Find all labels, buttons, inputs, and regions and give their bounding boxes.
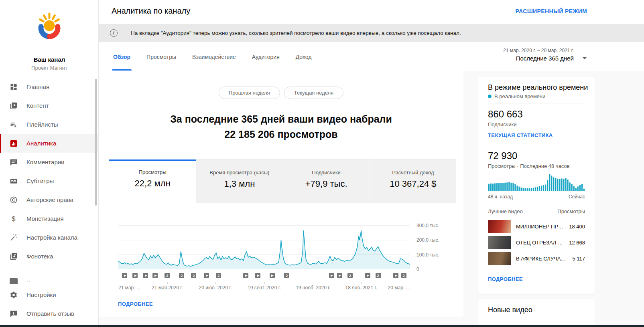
analytics-tabs: ОбзорПросмотрыВзаимодействиеАудиторияДох… <box>113 42 311 71</box>
sidebar-item-label: Контент <box>26 102 49 109</box>
video-marker-play-icon[interactable] <box>365 273 370 278</box>
x-tick-label: 21 мая 2020 г. <box>143 285 191 291</box>
comments-icon <box>10 158 18 166</box>
views-48h-count: 72 930 <box>488 150 517 161</box>
subscribers-count: 860 663 <box>488 109 523 120</box>
sidebar-item-label: Монетизация <box>26 215 64 222</box>
y-tick-label: 100,0 тыс. <box>416 252 449 258</box>
sidebar: Ваш канал Проект Магнит ГлавнаяКонтентПл… <box>0 0 99 327</box>
tab-0[interactable]: Обзор <box>113 42 130 71</box>
week-chip-0[interactable]: Прошлая неделя <box>219 87 280 99</box>
sidebar-item-7[interactable]: $Монетизация <box>0 209 98 228</box>
metric-tab-2[interactable]: Подписчики +79,9 тыс. <box>283 159 370 203</box>
sidebar-item-label: Главная <box>26 83 49 90</box>
date-range-selector[interactable]: 21 мар. 2020 г. – 20 мар. 2021 г. Послед… <box>503 48 574 62</box>
tab-4[interactable]: Доход <box>296 42 312 71</box>
sidebar-item-9[interactable]: Фонотека <box>0 247 98 266</box>
video-marker-play-icon[interactable] <box>143 273 148 278</box>
tab-3[interactable]: Аудитория <box>252 42 280 71</box>
video-marker-play-icon[interactable] <box>393 273 398 278</box>
metric-value: 22,2 млн <box>109 178 196 189</box>
video-marker-play-icon[interactable] <box>255 273 260 278</box>
headline-line2: 22 185 206 просмотров <box>99 129 463 140</box>
sidebar-item-2[interactable]: Плейлисты <box>0 115 98 134</box>
settings-icon <box>10 291 18 299</box>
realtime-bar-axis: 48 ч. назад Сейчас <box>488 194 585 200</box>
sidebar-item-partial[interactable]: .. <box>10 278 90 284</box>
video-views: 5 117 <box>572 256 585 262</box>
video-marker-play-icon[interactable] <box>132 273 138 278</box>
top-video-row-2[interactable]: В АФРИКЕ СЛУЧАЙНЫЙ...5 117 <box>488 250 585 266</box>
video-marker-play-icon[interactable] <box>204 273 209 278</box>
advanced-mode-link[interactable]: РАСШИРЕННЫЙ РЕЖИМ <box>515 8 587 14</box>
y-tick-label: 300,0 тыс. <box>416 223 449 228</box>
video-marker-count[interactable]: 2 <box>376 273 381 278</box>
partial-item-label: .. <box>26 278 31 283</box>
metric-tab-3[interactable]: Расчетный доход 10 367,24 $ <box>370 159 456 203</box>
video-marker-play-icon[interactable] <box>329 273 334 278</box>
video-marker-play-icon[interactable] <box>337 273 342 278</box>
sidebar-item-5[interactable]: Субтитры <box>0 172 98 190</box>
header: Аналитика по каналу РАСШИРЕННЫЙ РЕЖИМ <box>99 0 644 24</box>
svg-text:$: $ <box>12 215 15 222</box>
sidebar-bottom-item-1[interactable]: Отправить отзыв <box>0 304 98 323</box>
metric-tab-0[interactable]: Просмотры 22,2 млн <box>109 159 196 203</box>
x-tick-label: 20 мар. ... <box>375 285 423 291</box>
window-bottom-edge <box>0 325 644 327</box>
metric-label: Расчетный доход <box>370 170 456 176</box>
svg-text:×: × <box>13 234 14 236</box>
top-videos-label: Лучшие видео <box>488 208 523 214</box>
realtime-card: В режиме реального времени В реальном вр… <box>478 77 595 294</box>
video-marker-count[interactable]: 2 <box>165 273 170 278</box>
video-marker-play-icon[interactable] <box>270 273 275 278</box>
sidebar-item-label: Фонотека <box>26 253 53 260</box>
week-chips: Прошлая неделяТекущая неделя <box>99 87 463 99</box>
video-marker-count[interactable]: 2 <box>347 273 353 278</box>
sidebar-item-3[interactable]: Аналитика <box>0 134 98 153</box>
sidebar-scrollbar[interactable] <box>95 79 97 206</box>
x-axis-tick <box>313 282 313 284</box>
sidebar-item-0[interactable]: Главная <box>0 77 98 96</box>
video-thumbnail <box>488 236 511 249</box>
video-marker-count[interactable]: 2 <box>216 273 221 278</box>
tab-1[interactable]: Просмотры <box>146 42 176 71</box>
sidebar-item-6[interactable]: Авторские права <box>0 190 98 209</box>
sidebar-item-label: Отправить отзыв <box>26 310 74 317</box>
sidebar-item-label: Комментарии <box>26 159 64 166</box>
realtime-see-more-link[interactable]: ПОДРОБНЕЕ <box>488 276 523 282</box>
top-video-row-0[interactable]: МИЛЛИОНЕР ПРОДАЛ...18 400 <box>488 218 585 234</box>
tab-2[interactable]: Взаимодействие <box>192 42 236 71</box>
x-tick-label: 19 сент. 2020 г. <box>240 285 288 291</box>
video-title: МИЛЛИОНЕР ПРОДАЛ... <box>516 224 566 230</box>
week-chip-1[interactable]: Текущая неделя <box>284 87 343 99</box>
views-column-label: Просмотры <box>557 208 585 214</box>
sidebar-item-1[interactable]: Контент <box>0 96 98 115</box>
content-icon <box>10 102 18 110</box>
see-more-link[interactable]: ПОДРОБНЕЕ <box>118 301 153 307</box>
divider <box>488 103 585 103</box>
video-marker-count[interactable]: 2 <box>401 273 406 278</box>
sidebar-item-8[interactable]: ×××Настройка канала <box>0 228 98 247</box>
video-marker-count[interactable]: 2 <box>284 273 289 278</box>
y-tick-label: 0 <box>416 266 449 272</box>
video-marker-play-icon[interactable] <box>122 273 127 278</box>
sidebar-bottom-item-0[interactable]: Настройки <box>0 285 98 304</box>
x-axis-tick <box>361 282 362 284</box>
video-marker-count[interactable]: 2 <box>191 273 196 278</box>
video-marker-count[interactable]: 2 <box>179 273 184 278</box>
subscribers-label: Подписчики <box>488 121 517 127</box>
new-videos-title: Новые видео <box>488 306 532 314</box>
analytics-icon <box>10 139 18 147</box>
top-video-row-1[interactable]: ОТЕЦ ОТРЕЗАЛ НОГИ ...12 668 <box>488 234 585 250</box>
subtitles-icon <box>10 177 18 185</box>
x-tick-label: 21 мар. ... <box>118 285 140 291</box>
video-marker-play-icon[interactable] <box>152 273 158 278</box>
channel-avatar[interactable] <box>34 10 65 42</box>
realtime-bar-chart <box>488 174 585 191</box>
sidebar-item-4[interactable]: Комментарии <box>0 153 98 172</box>
video-marker-play-icon[interactable] <box>243 273 248 278</box>
current-stats-link[interactable]: ТЕКУЩАЯ СТАТИСТИКА <box>488 132 553 138</box>
metric-tab-1[interactable]: Время просмотра (часы) 1,3 млн <box>196 159 282 203</box>
x-axis-tick <box>167 282 168 284</box>
video-title: В АФРИКЕ СЛУЧАЙНЫЙ... <box>516 256 569 262</box>
